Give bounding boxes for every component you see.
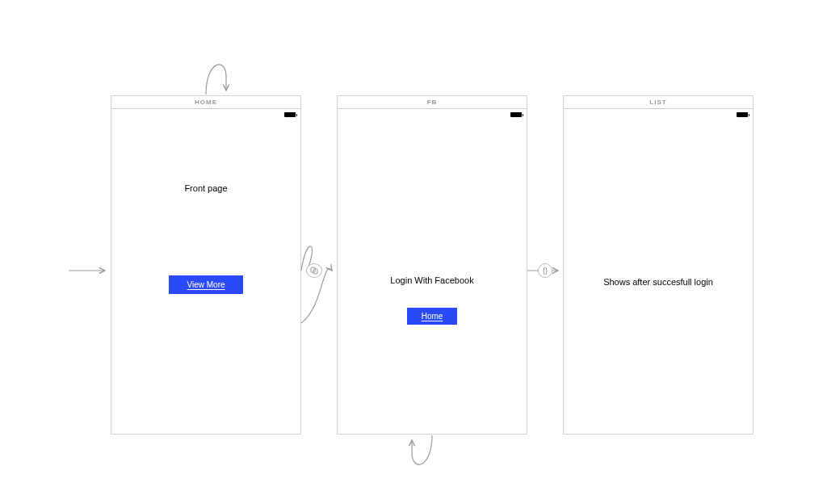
body-text: Shows after succesfull login — [603, 277, 713, 287]
svg-rect-0 — [311, 267, 315, 272]
fb-self-loop-bottom — [412, 435, 432, 464]
screen-body: Shows after succesfull login — [564, 120, 753, 434]
screen-title-bar: HOME — [111, 96, 300, 109]
screen-title-bar: LIST — [564, 96, 753, 109]
home-to-fb-curve-aux — [301, 246, 312, 271]
link-badge-copy-icon — [306, 263, 322, 278]
screen-title: LIST — [649, 99, 666, 106]
screen-body: Login With Facebook Home — [338, 120, 527, 434]
screen-title-bar: FB — [338, 96, 527, 109]
screen-fb[interactable]: FB Login With Facebook Home — [337, 95, 527, 435]
status-bar — [111, 109, 300, 120]
screen-home[interactable]: HOME Front page View More — [111, 95, 301, 435]
screen-title: HOME — [195, 99, 217, 106]
status-bar — [564, 109, 753, 120]
button-label: Home — [422, 312, 443, 321]
home-to-fb-arrow — [301, 269, 332, 323]
battery-icon — [284, 112, 296, 117]
screen-title: FB — [427, 99, 438, 106]
battery-icon — [737, 112, 748, 117]
screen-body: Front page View More — [111, 120, 300, 434]
button-label: View More — [187, 280, 225, 289]
body-text: Login With Facebook — [390, 275, 473, 285]
body-text: Front page — [184, 183, 227, 193]
home-button[interactable]: Home — [407, 308, 458, 325]
link-badge-braces-icon: {} — [538, 263, 552, 278]
view-more-button[interactable]: View More — [169, 275, 242, 294]
screen-list[interactable]: LIST Shows after succesfull login — [563, 95, 754, 435]
battery-icon — [510, 112, 522, 117]
status-bar — [338, 109, 527, 120]
home-self-loop-top — [206, 65, 226, 94]
svg-rect-1 — [313, 269, 317, 274]
